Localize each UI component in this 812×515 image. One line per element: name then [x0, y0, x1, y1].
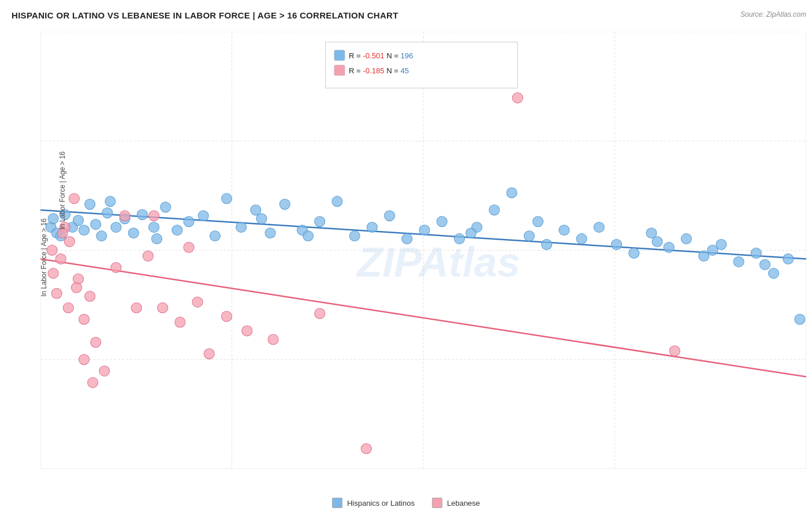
svg-point-110	[184, 242, 194, 253]
svg-point-82	[256, 214, 267, 224]
svg-point-91	[361, 443, 371, 454]
legend-label-hispanics: Hispanics or Latinos	[347, 499, 415, 507]
svg-point-84	[466, 228, 476, 238]
svg-point-117	[79, 354, 90, 365]
svg-point-114	[268, 334, 278, 345]
svg-point-87	[707, 245, 718, 256]
chart-title: HISPANIC OR LATINO VS LEBANESE IN LABOR …	[12, 10, 398, 20]
svg-point-108	[158, 303, 168, 313]
svg-point-41	[172, 225, 182, 236]
svg-point-56	[402, 234, 412, 244]
legend-label-lebanese: Lebanese	[447, 499, 480, 507]
svg-point-120	[71, 282, 81, 293]
svg-point-86	[652, 237, 662, 247]
svg-point-94	[51, 288, 62, 298]
svg-point-71	[664, 242, 674, 253]
svg-point-72	[681, 234, 691, 244]
svg-point-89	[512, 93, 523, 103]
svg-point-98	[69, 193, 79, 204]
svg-point-62	[506, 188, 517, 198]
svg-point-40	[161, 202, 171, 212]
svg-point-92	[47, 245, 57, 256]
svg-point-44	[210, 231, 220, 241]
svg-point-67	[594, 222, 604, 233]
svg-point-75	[733, 256, 744, 267]
svg-point-107	[143, 251, 153, 261]
svg-point-104	[111, 262, 121, 273]
svg-point-25	[48, 214, 58, 224]
svg-point-48	[265, 228, 275, 238]
svg-point-81	[151, 234, 162, 244]
svg-point-121	[148, 211, 159, 221]
svg-point-102	[91, 337, 101, 348]
svg-point-88	[759, 259, 770, 270]
svg-point-95	[55, 253, 66, 264]
svg-point-31	[85, 199, 95, 210]
svg-point-90	[669, 346, 680, 356]
svg-point-34	[102, 208, 113, 218]
svg-point-55	[384, 211, 394, 221]
svg-point-80	[105, 196, 116, 207]
chart-container: HISPANIC OR LATINO VS LEBANESE IN LABOR …	[0, 0, 812, 515]
svg-point-53	[349, 231, 360, 241]
svg-point-46	[236, 222, 247, 233]
svg-point-61	[489, 205, 500, 215]
svg-point-77	[769, 268, 779, 278]
svg-point-69	[629, 248, 639, 259]
svg-point-42	[184, 217, 194, 227]
svg-point-64	[542, 240, 552, 250]
chart-svg: 100.0% 80.0% 60.0% 40.0% 0.0% 100.0% R =…	[40, 32, 806, 469]
svg-point-43	[198, 211, 208, 221]
svg-point-65	[559, 225, 569, 236]
svg-point-54	[367, 222, 377, 233]
svg-rect-16	[326, 42, 518, 88]
svg-point-85	[532, 217, 543, 227]
legend-swatch-blue	[332, 498, 342, 508]
svg-point-58	[437, 217, 447, 227]
svg-point-113	[242, 326, 252, 336]
svg-point-57	[419, 225, 430, 236]
legend-item-hispanics: Hispanics or Latinos	[332, 498, 415, 508]
svg-rect-19	[334, 65, 345, 76]
svg-point-111	[204, 349, 214, 359]
svg-point-93	[48, 268, 58, 278]
svg-point-51	[315, 217, 325, 227]
svg-point-101	[85, 291, 95, 301]
svg-point-106	[131, 303, 141, 313]
svg-point-76	[751, 248, 761, 259]
y-axis-label: In Labor Force | Age > 16	[58, 133, 66, 248]
svg-point-32	[91, 219, 101, 230]
svg-point-63	[524, 231, 534, 241]
svg-point-105	[120, 211, 130, 221]
svg-text:R = -0.501   N = 196: R = -0.501 N = 196	[349, 51, 413, 60]
svg-point-59	[454, 234, 464, 244]
svg-point-122	[192, 297, 203, 307]
svg-point-109	[175, 317, 185, 327]
svg-point-45	[221, 193, 232, 204]
legend-swatch-pink	[432, 498, 442, 508]
svg-point-49	[280, 199, 290, 210]
svg-point-78	[783, 253, 794, 264]
legend: Hispanics or Latinos Lebanese	[332, 498, 480, 508]
svg-point-103	[99, 366, 110, 376]
svg-point-29	[73, 215, 83, 226]
svg-point-66	[576, 234, 587, 244]
svg-point-52	[332, 196, 342, 207]
svg-point-100	[79, 314, 90, 324]
svg-point-33	[96, 231, 107, 241]
svg-point-112	[221, 311, 232, 322]
source-label: Source: ZipAtlas.com	[740, 10, 806, 18]
svg-rect-17	[334, 50, 345, 61]
svg-point-115	[315, 308, 325, 319]
svg-point-35	[111, 222, 121, 233]
svg-point-79	[795, 314, 805, 324]
svg-text:R = -0.185   N =  45: R = -0.185 N = 45	[349, 66, 409, 75]
svg-point-30	[79, 225, 90, 236]
svg-point-39	[148, 222, 159, 233]
svg-point-116	[88, 378, 98, 388]
svg-point-97	[63, 303, 73, 313]
svg-point-37	[128, 228, 139, 238]
svg-point-68	[611, 240, 621, 250]
svg-point-83	[303, 231, 313, 241]
legend-item-lebanese: Lebanese	[432, 498, 480, 508]
